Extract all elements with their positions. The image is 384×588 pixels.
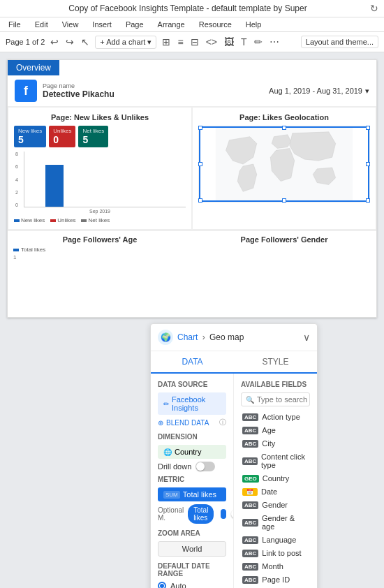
drill-down-row: Drill down [158,462,226,471]
title-text: Copy of Facebook Insights Template - def… [6,3,370,13]
add-chart-label: + Add a chart ▾ [100,38,152,47]
field-language[interactable]: ABC Language [241,534,310,546]
datasource-name: Facebook Insights [172,395,221,412]
y-4: 4 [15,177,18,182]
age-legend-label: Total likes [21,247,45,253]
undo-button[interactable]: ↩ [49,35,60,49]
y-axis: 8 6 4 2 0 [15,152,18,207]
search-icon: 🔍 [246,396,254,404]
field-age[interactable]: ABC Age [241,424,310,436]
menu-page[interactable]: Page [123,19,147,30]
metric-name: Total likes [183,490,216,499]
blend-data-row[interactable]: ⊕ BLEND DATA ⓘ [158,418,226,427]
toggle-thumb [196,462,205,471]
menu-insert[interactable]: Insert [89,19,115,30]
dimension-name: Country [175,448,202,456]
menu-help[interactable]: Help [243,19,265,30]
menu-file[interactable]: File [6,19,24,30]
draw-button[interactable]: ✏ [253,35,264,49]
world-map-svg [199,126,369,202]
metric-label: Metric [158,476,226,483]
field-name-5: Date [261,487,277,496]
blend-data-label[interactable]: BLEND DATA [166,419,209,427]
more-button[interactable]: ⋯ [268,35,281,49]
field-type-cal-5: 📅 [242,488,258,496]
field-type-abc-0: ABC [242,413,258,421]
tab-data[interactable]: DATA [151,351,234,374]
breadcrumb-sep: › [202,332,205,342]
menu-view[interactable]: View [59,19,82,30]
field-content-click-type[interactable]: ABC Content click type [241,450,310,471]
tab-style[interactable]: STYLE [234,351,317,372]
field-type-abc-7: ABC [242,519,258,527]
y-0: 0 [15,203,18,207]
code-button[interactable]: <> [205,35,219,49]
zoom-area-value: World [182,545,202,553]
field-type-abc-10: ABC [242,563,258,571]
collapse-button[interactable]: ∨ [303,332,310,343]
toolbar: Page 1 of 2 ↩ ↪ ↖ + Add a chart ▾ ⊞ ≡ ⊟ … [0,32,384,52]
controls-button[interactable]: ⊟ [189,35,200,49]
optional-chip[interactable]: Total likes [188,504,214,524]
overview-tab[interactable]: Overview [8,60,59,75]
field-action-type[interactable]: ABC Action type [241,411,310,423]
filter-button[interactable]: ≡ [176,35,184,49]
legend-net-likes: Net likes [81,217,110,223]
layout-theme-button[interactable]: Layout and theme... [301,36,378,48]
field-type-abc-2: ABC [242,440,258,448]
menu-edit[interactable]: Edit [32,19,51,30]
followers-row: Page Followers' Age Total likes 1 Page F… [8,230,376,265]
redo-button[interactable]: ↪ [64,35,75,49]
bar-sep-2019 [45,165,64,207]
globe-icon: 🌍 [158,330,173,345]
page-indicator: Page 1 of 2 [6,38,45,46]
age-legend: Total likes [13,247,186,253]
zoom-area-label: Zoom Area [158,529,226,537]
charts-grid: Page: New Likes & Unlikes New likes 5 Un… [8,107,376,230]
bar-chart-container: 8 6 4 2 0 Sep 2019 [14,152,186,214]
metric-chip[interactable]: SUM Total likes [158,487,226,501]
data-source-row[interactable]: ✏ Facebook Insights [158,392,226,415]
field-city[interactable]: ABC City [241,437,310,450]
unlikes-label: Unlikes [53,128,71,134]
drill-down-label: Drill down [158,462,191,471]
drill-down-toggle[interactable] [195,462,215,471]
image-button[interactable]: 🖼 [223,35,235,49]
facebook-logo: f [15,80,37,102]
sum-label: SUM [163,491,180,499]
zoom-area-field[interactable]: World [158,541,226,557]
refresh-icon[interactable]: ↻ [370,3,378,14]
text-button[interactable]: T [239,35,249,49]
radio-auto[interactable] [158,582,166,588]
field-date[interactable]: 📅 Date [241,485,310,498]
add-chart-button[interactable]: + Add a chart ▾ [95,36,156,49]
field-page-id[interactable]: ABC Page ID [241,573,310,586]
breadcrumb-parent[interactable]: Chart [177,332,198,342]
canvas-area: Overview f Page name Detective Pikachu A… [0,52,384,588]
menu-resource[interactable]: Resource [196,19,235,30]
field-link-to-post[interactable]: ABC Link to post [241,547,310,559]
legend-new-likes-label: New likes [21,217,45,223]
date-range-label: Default date range [158,562,226,578]
followers-gender-panel: Page Followers' Gender [192,230,376,265]
field-name-7: Gender & age [262,514,309,531]
field-country[interactable]: GEO Country [241,472,310,485]
menu-arrange[interactable]: Arrange [155,19,188,30]
dimension-label: Dimension [158,433,226,441]
field-gender-age[interactable]: ABC Gender & age [241,512,310,533]
toolbar-left: Page 1 of 2 ↩ ↪ ↖ + Add a chart ▾ ⊞ ≡ ⊟ … [6,35,281,49]
search-input[interactable] [257,395,317,404]
field-type-abc-3: ABC [242,457,258,465]
optional-metric-toggle[interactable] [221,509,226,519]
grid-view-button[interactable]: ⊞ [161,35,172,49]
page-info: Page name Detective Pikachu [43,82,115,99]
dimension-field[interactable]: 🌐 Country [158,445,226,459]
field-type-abc-6: ABC [242,501,258,509]
cursor-tool[interactable]: ↖ [80,35,91,49]
field-month[interactable]: ABC Month [241,560,310,573]
date-range[interactable]: Aug 1, 2019 - Aug 31, 2019 ▾ [269,87,369,96]
field-gender[interactable]: ABC Gender [241,499,310,511]
right-panel: Available Fields 🔍 ABC Action type [234,374,317,588]
legend-unlikes-label: Unlikes [57,217,75,223]
followers-age-panel: Page Followers' Age Total likes 1 [8,230,192,265]
